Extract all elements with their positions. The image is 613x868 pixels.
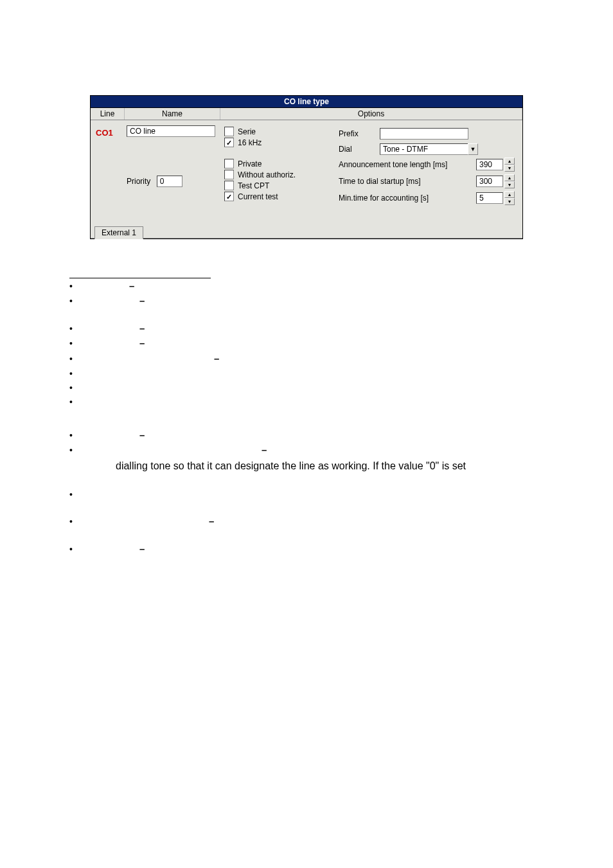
dial-label: Dial (339, 145, 380, 154)
label-without-authoriz: Without authoriz. (238, 170, 296, 179)
prefix-label: Prefix (339, 129, 380, 138)
checkbox-without-authoriz[interactable] (224, 170, 234, 179)
row-line-id: CO1 (96, 125, 127, 208)
panel-header: Line Name Options (91, 108, 522, 120)
min-acc-label: Min.time for accounting [s] (339, 194, 476, 203)
prefix-input[interactable] (380, 128, 468, 140)
ann-tone-label: Announcement tone length [ms] (339, 160, 476, 169)
spin-down-icon[interactable]: ▼ (504, 165, 515, 172)
dial-startup-label: Time to dial startup [ms] (339, 177, 476, 186)
label-private: Private (238, 159, 262, 168)
label-serie: Serie (238, 127, 256, 136)
label-test-cpt: Test CPT (238, 181, 269, 190)
checkbox-16khz[interactable] (224, 138, 234, 147)
spin-up-icon[interactable]: ▲ (504, 174, 515, 181)
visible-doc-line: dialling tone so that it can designate t… (116, 458, 544, 474)
header-line: Line (91, 108, 125, 120)
label-16khz: 16 kHz (238, 138, 262, 147)
checkbox-private[interactable] (224, 159, 234, 168)
checkbox-current-test[interactable] (224, 192, 234, 201)
hidden-doc-list: •– •– • •– •– •– • • • •– • – dialling t… (64, 278, 549, 556)
header-options: Options (220, 108, 522, 120)
checkbox-test-cpt[interactable] (224, 181, 234, 190)
co-line-type-panel: CO line type Line Name Options CO1 Prior… (90, 95, 523, 239)
spin-up-icon[interactable]: ▲ (504, 191, 515, 198)
panel-title: CO line type (91, 96, 522, 108)
dial-startup-input[interactable] (476, 176, 503, 187)
section-divider (69, 278, 211, 278)
header-name: Name (125, 108, 220, 120)
spin-up-icon[interactable]: ▲ (504, 158, 515, 165)
priority-input[interactable] (157, 176, 182, 187)
spin-down-icon[interactable]: ▼ (504, 198, 515, 205)
label-current-test: Current test (238, 192, 278, 201)
tab-external-1[interactable]: External 1 (94, 226, 143, 239)
spin-down-icon[interactable]: ▼ (504, 181, 515, 188)
checkbox-serie[interactable] (224, 127, 234, 136)
chevron-down-icon[interactable]: ▼ (468, 143, 478, 155)
name-input[interactable] (127, 125, 215, 137)
ann-tone-input[interactable] (476, 159, 503, 170)
dial-type-select[interactable] (380, 143, 468, 155)
priority-label: Priority (127, 177, 150, 186)
min-acc-input[interactable] (476, 192, 503, 204)
